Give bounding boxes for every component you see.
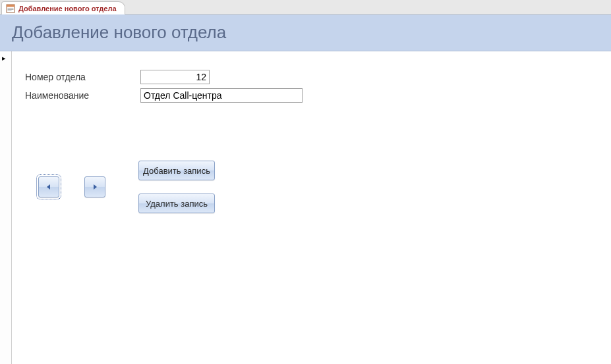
nav-row: Добавить запись Удалить запись — [38, 161, 598, 213]
tab-bar: Добавление нового отдела — [0, 0, 611, 14]
action-column: Добавить запись Удалить запись — [138, 161, 215, 213]
svg-rect-3 — [8, 9, 14, 10]
prev-record-button[interactable] — [38, 176, 59, 197]
triangle-right-icon — [92, 184, 98, 190]
form-body: ▸ Номер отдела Наименование — [0, 51, 611, 364]
svg-rect-2 — [8, 8, 14, 9]
form-title: Добавление нового отдела — [12, 22, 226, 43]
row-dept-number: Номер отдела — [25, 70, 598, 84]
form-content: Номер отдела Наименование — [12, 51, 611, 364]
form-icon — [6, 4, 15, 13]
delete-record-button[interactable]: Удалить запись — [138, 194, 215, 213]
svg-rect-4 — [8, 11, 12, 11]
triangle-left-icon — [45, 184, 52, 190]
row-dept-name: Наименование — [25, 88, 598, 103]
form-header: Добавление нового отдела — [0, 14, 611, 51]
add-record-button[interactable]: Добавить запись — [138, 161, 215, 180]
label-dept-number: Номер отдела — [25, 72, 140, 82]
svg-rect-1 — [7, 5, 15, 7]
current-record-marker-icon: ▸ — [2, 54, 6, 63]
input-dept-name[interactable] — [140, 88, 303, 103]
record-selector[interactable]: ▸ — [0, 51, 12, 364]
tab-label: Добавление нового отдела — [18, 5, 117, 13]
button-area: Добавить запись Удалить запись — [25, 161, 598, 213]
tab-add-department[interactable]: Добавление нового отдела — [1, 1, 125, 14]
next-record-button[interactable] — [84, 176, 105, 197]
input-dept-number[interactable] — [140, 70, 210, 84]
label-dept-name: Наименование — [25, 90, 140, 101]
